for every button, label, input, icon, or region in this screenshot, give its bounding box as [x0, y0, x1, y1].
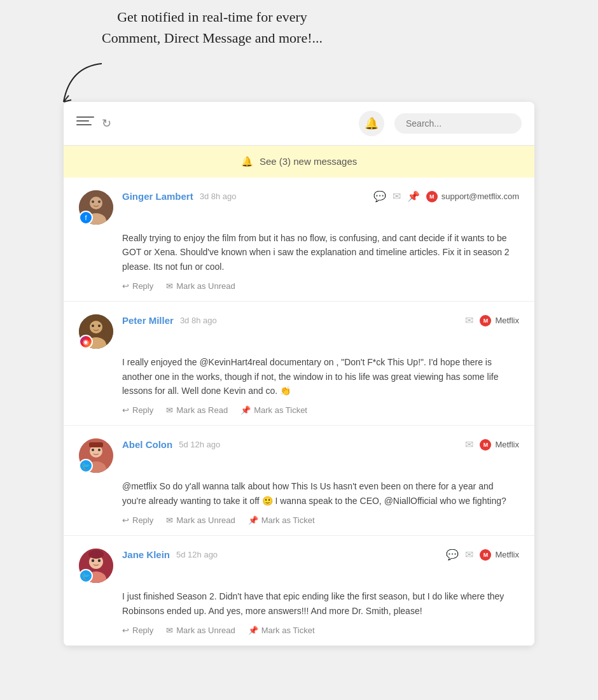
message-actions: ↩ Reply ✉ Mark as Unread 📌 Mark as Ticke… [122, 626, 519, 635]
message-body: @metflix So do y'all wanna talk about ho… [122, 479, 519, 508]
reply-icon: ↩ [122, 515, 129, 525]
message-item: 🐦 Jane Klein 5d 12h ago 💬 ✉ M [64, 536, 534, 646]
chat-icon[interactable]: 💬 [446, 549, 459, 561]
mark-ticket-button[interactable]: 📌 Mark as Ticket [248, 515, 315, 525]
reply-button[interactable]: ↩ Reply [122, 281, 153, 291]
avatar-wrap: f [79, 190, 113, 225]
message-header: f Ginger Lambert 3d 8h ago 💬 ✉ 📌 [79, 190, 519, 225]
message-list: FacebookDM f [64, 178, 534, 646]
mark-unread-button[interactable]: ✉ Mark as Unread [166, 515, 235, 525]
mark-unread-icon: ✉ [166, 626, 173, 635]
mark-unread-button[interactable]: ✉ Mark as Unread [166, 281, 235, 291]
mark-ticket-label: Mark as Ticket [254, 405, 307, 415]
author-name: Ginger Lambert [122, 191, 193, 202]
banner-bell-icon: 🔔 [241, 156, 253, 167]
reply-icon: ↩ [122, 405, 129, 415]
new-messages-banner[interactable]: 🔔 See (3) new messages [64, 146, 534, 178]
mark-unread-label: Mark as Unread [176, 281, 235, 291]
banner-text: See (3) new messages [260, 156, 357, 167]
email-icon[interactable]: ✉ [465, 314, 473, 326]
message-meta: Peter Miller 3d 8h ago ✉ M Metflix [122, 314, 519, 330]
pin-icon[interactable]: 📌 [407, 190, 420, 202]
author-name: Abel Colon [122, 439, 172, 450]
message-header: 🐦 Abel Colon 5d 12h ago ✉ M Metflix [79, 438, 519, 473]
reply-label: Reply [132, 405, 153, 415]
source-dot: M [480, 439, 491, 451]
mark-read-label: Mark as Read [176, 405, 228, 415]
reply-label: Reply [132, 281, 153, 291]
email-icon[interactable]: ✉ [393, 190, 401, 202]
mark-ticket-button[interactable]: 📌 Mark as Ticket [240, 405, 307, 415]
svg-point-14 [98, 449, 101, 451]
source-badge: M Metflix [480, 549, 519, 561]
mark-ticket-label: Mark as Ticket [261, 626, 315, 635]
reply-label: Reply [132, 515, 153, 525]
svg-point-1 [90, 197, 102, 209]
message-item: TwitterMention 🐦 [64, 426, 534, 536]
time-ago: 5d 12h ago [176, 550, 218, 559]
source-dot: M [480, 315, 491, 326]
source-name: Metflix [495, 440, 519, 449]
time-ago: 3d 8h ago [200, 192, 237, 201]
message-meta: Ginger Lambert 3d 8h ago 💬 ✉ 📌 M support… [122, 190, 519, 206]
annotation-line1: Get notified in real-time for every [102, 6, 323, 27]
reply-button[interactable]: ↩ Reply [122, 515, 153, 525]
meta-top: Ginger Lambert 3d 8h ago 💬 ✉ 📌 M support… [122, 190, 519, 202]
message-item: FacebookDM f [64, 178, 534, 302]
svg-point-6 [90, 321, 102, 333]
source-name: Metflix [495, 550, 519, 559]
annotation-arrow [51, 60, 127, 111]
message-actions: ↩ Reply ✉ Mark as Unread [122, 281, 519, 291]
author-info: Abel Colon 5d 12h ago [122, 439, 220, 450]
source-badge: M Metflix [480, 439, 519, 451]
reply-icon: ↩ [122, 281, 129, 291]
svg-point-20 [98, 559, 101, 562]
message-meta: Abel Colon 5d 12h ago ✉ M Metflix [122, 438, 519, 454]
author-name: Peter Miller [122, 315, 174, 326]
svg-point-9 [98, 325, 101, 327]
bell-button[interactable]: 🔔 [359, 111, 384, 136]
avatar-wrap: ◉ [79, 314, 113, 349]
refresh-icon[interactable]: ↻ [102, 116, 111, 130]
time-ago: 5d 12h ago [179, 440, 220, 449]
avatar-wrap: 🐦 [79, 438, 113, 473]
meta-top: Abel Colon 5d 12h ago ✉ M Metflix [122, 438, 519, 451]
meta-actions: 💬 ✉ 📌 M support@metflix.com [373, 190, 519, 202]
reply-button[interactable]: ↩ Reply [122, 405, 153, 415]
meta-actions: ✉ M Metflix [465, 438, 519, 451]
mark-unread-button[interactable]: ✉ Mark as Unread [166, 626, 235, 635]
reply-label: Reply [132, 626, 153, 635]
mark-read-icon: ✉ [166, 405, 173, 415]
mark-unread-label: Mark as Unread [176, 626, 235, 635]
svg-point-21 [88, 550, 104, 559]
annotation-text: Get notified in real-time for every Comm… [102, 6, 323, 48]
email-icon[interactable]: ✉ [465, 549, 473, 561]
source-badge: M Metflix [480, 315, 519, 326]
mark-ticket-icon: 📌 [240, 405, 251, 415]
reply-button[interactable]: ↩ Reply [122, 626, 153, 635]
search-input[interactable] [394, 113, 522, 134]
reply-icon: ↩ [122, 626, 129, 635]
mark-ticket-icon: 📌 [248, 515, 258, 525]
message-actions: ↩ Reply ✉ Mark as Unread 📌 Mark as Ticke… [122, 515, 519, 525]
mark-read-button[interactable]: ✉ Mark as Read [166, 405, 228, 415]
mark-unread-label: Mark as Unread [176, 515, 235, 525]
mark-ticket-button[interactable]: 📌 Mark as Ticket [248, 626, 315, 635]
author-info: Ginger Lambert 3d 8h ago [122, 191, 237, 202]
source-dot: M [480, 549, 491, 561]
facebook-badge: f [79, 211, 93, 225]
svg-point-13 [92, 449, 94, 451]
main-container: ↻ 🔔 🔔 See (3) new messages FacebookDM [64, 102, 534, 646]
menu-icon[interactable] [76, 116, 94, 130]
message-body: I just finished Season 2. Didn't have th… [122, 589, 519, 618]
author-name: Jane Klein [122, 549, 170, 560]
mark-ticket-label: Mark as Ticket [261, 515, 315, 525]
email-icon[interactable]: ✉ [465, 438, 473, 451]
author-info: Peter Miller 3d 8h ago [122, 315, 217, 326]
message-meta: Jane Klein 5d 12h ago 💬 ✉ M Metflix [122, 549, 519, 564]
svg-point-8 [92, 325, 94, 327]
message-item: InstagramDirect ◉ [64, 302, 534, 426]
message-actions: ↩ Reply ✉ Mark as Read 📌 Mark as Ticket [122, 405, 519, 415]
chat-icon[interactable]: 💬 [373, 190, 386, 202]
annotation-line2: Comment, Direct Message and more!... [102, 27, 323, 48]
